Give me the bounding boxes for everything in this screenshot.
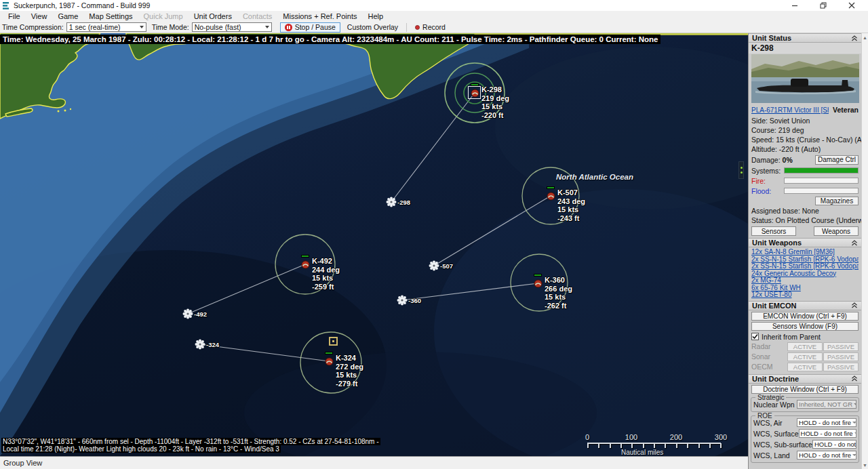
unit-course: 266 deg (545, 285, 572, 293)
strategic-groupbox: Strategic Nuclear Wpn Inherited, NOT GR (751, 397, 859, 412)
sonar-active-button[interactable]: ACTIVE (787, 352, 823, 361)
damage-label: Damage: (751, 156, 781, 164)
health-bar (325, 352, 333, 354)
waypoint-gear-icon (195, 339, 205, 350)
nuclear-wpn-label: Nuclear Wpn (753, 401, 797, 409)
health-bar (534, 274, 542, 277)
unit-class-link[interactable]: PLA-671RTM Victor III [Shchuka (751, 106, 829, 114)
inherit-from-parent-checkbox[interactable] (751, 333, 759, 340)
sidebar-collapse-handle[interactable] (738, 161, 744, 179)
unit-speed: 15 kts (312, 274, 340, 283)
chevron-down-icon (265, 26, 269, 28)
waypoint-marker-360[interactable]: -360 (397, 295, 408, 308)
collapse-chevron-icon[interactable] (851, 375, 858, 382)
custom-overlay-button[interactable]: Custom Overlay (343, 22, 402, 33)
scale-tick-0: 0 (585, 433, 589, 441)
unit-depth: -220 ft (481, 111, 509, 120)
unit-course: 244 deg (312, 266, 340, 274)
sensors-window-button[interactable]: Sensors Window (F9) (751, 322, 859, 331)
waypoint-marker-324[interactable]: -324 (195, 339, 205, 352)
radar-passive-button[interactable]: PASSIVE (823, 342, 859, 351)
time-mode-select[interactable]: No-pulse (fast) (192, 22, 272, 32)
view-mode-bar: Group View (0, 456, 748, 469)
radar-active-button[interactable]: ACTIVE (787, 342, 823, 351)
sim-time-status: Time: Wednesday, 25 March 1987 - Zulu: 0… (0, 35, 660, 44)
unit-weapons-header[interactable]: Unit Weapons (749, 238, 861, 247)
magazines-button[interactable]: Magazines (815, 197, 859, 205)
chevron-down-icon (852, 422, 856, 424)
unit-status-header[interactable]: Unit Status (749, 33, 861, 43)
time-compression-select[interactable]: 1 sec (real-time) (66, 22, 146, 32)
oecm-active-button[interactable]: ACTIVE (787, 363, 823, 371)
wcs-air-select[interactable]: HOLD - do not fire (797, 418, 856, 427)
health-bar (301, 255, 309, 258)
scroll-up-icon[interactable]: ▲ (862, 33, 868, 41)
sidebar-scrollbar[interactable]: ▲ ▼ (861, 33, 868, 469)
submarine-icon (325, 357, 334, 366)
flood-bar (784, 188, 859, 194)
scroll-down-icon[interactable]: ▼ (862, 461, 868, 469)
unit-speed: 15 kts (336, 371, 363, 380)
wcs-air-label: WCS, Air (753, 419, 797, 427)
menu-map-settings[interactable]: Map Settings (83, 11, 138, 22)
weapon-link[interactable]: 2x SS-N-15 Starfish [RPK-6 Vodopad, UMGT… (751, 263, 859, 270)
weapon-link[interactable]: 2x SS-N-15 Starfish [RPK-6 Vodopad, 5kT … (751, 256, 859, 264)
waypoint-marker-298[interactable]: -298 (386, 197, 397, 210)
waypoint-marker-492[interactable]: -492 (182, 308, 193, 322)
sonar-label: Sonar (751, 352, 787, 361)
wcs-surface-select[interactable]: HOLD - do not fire (799, 429, 856, 438)
time-compression-label: Time Compression: (2, 23, 64, 31)
maximize-button[interactable] (819, 1, 827, 9)
unit-name: K-507 (557, 188, 585, 197)
weapon-link[interactable]: 2x MG-74 (751, 277, 859, 285)
weapon-link[interactable]: 12x USET-80 (751, 291, 859, 299)
menu-game[interactable]: Game (52, 11, 83, 22)
menu-file[interactable]: File (3, 11, 26, 22)
unit-doctrine-header[interactable]: Unit Doctrine (749, 374, 861, 384)
chevron-down-icon (852, 454, 856, 456)
unit-course-info: Course: 219 deg (749, 125, 861, 135)
sidebar: Unit Status K-298 PLA-671RTM Victor III … (748, 33, 861, 469)
wcs-land-select[interactable]: HOLD - do not fire (797, 451, 856, 460)
close-button[interactable] (848, 1, 856, 9)
weapon-link[interactable]: 24x Generic Acoustic Decoy (751, 270, 859, 278)
unit-name: K-360 (545, 276, 572, 285)
weapon-link[interactable]: 12x SA-N-8 Gremlin [9M36] (751, 249, 859, 256)
weapon-link[interactable]: 6x 65-76 Kit WH (751, 285, 859, 292)
sonar-passive-button[interactable]: PASSIVE (823, 352, 859, 361)
collapse-chevron-icon[interactable] (851, 35, 858, 41)
nuclear-wpn-select[interactable]: Inherited, NOT GR (797, 400, 856, 409)
menu-unit-orders[interactable]: Unit Orders (189, 11, 237, 22)
title-bar: Suckerpunch, 1987 - Command - Build 999 (0, 0, 868, 11)
map-area[interactable]: Time: Wednesday, 25 March 1987 - Zulu: 0… (0, 33, 748, 456)
weapons-button[interactable]: Weapons (814, 226, 859, 236)
map-base-layer (0, 33, 748, 456)
reference-point[interactable] (329, 337, 338, 346)
menu-quick-jump: Quick Jump (138, 11, 189, 22)
unit-emcon-header[interactable]: Unit EMCON (749, 301, 861, 310)
record-button[interactable]: Record (411, 22, 450, 33)
unit-side: Side: Soviet Union (749, 116, 861, 125)
oecm-passive-button[interactable]: PASSIVE (823, 363, 859, 371)
collapse-chevron-icon[interactable] (851, 302, 858, 308)
unit-speed: 15 kts (545, 293, 572, 302)
scale-tick-200: 200 (670, 433, 682, 441)
emcon-window-button[interactable]: EMCON Window (Ctrl + F9) (751, 312, 859, 321)
waypoint-marker-507[interactable]: -507 (429, 260, 439, 274)
cursor-status-line2: Local time 21:28 (Night)- Weather Light … (1, 445, 281, 453)
menu-view[interactable]: View (26, 11, 53, 22)
sensors-button[interactable]: Sensors (751, 226, 796, 236)
wcs-subsurface-select[interactable]: HOLD - do not fire (812, 440, 856, 449)
weapons-list: 12x SA-N-8 Gremlin [9M36] 2x SS-N-15 Sta… (749, 247, 861, 301)
unit-depth: -259 ft (312, 283, 340, 291)
damage-ctrl-button[interactable]: Damage Ctrl (815, 155, 859, 165)
submarine-icon (301, 260, 310, 269)
stop-pause-button[interactable]: Stop / Pause (280, 22, 340, 33)
collapse-chevron-icon[interactable] (851, 240, 858, 246)
doctrine-window-button[interactable]: Doctrine Window (Ctrl + F9) (751, 385, 859, 394)
app-icon (3, 2, 10, 9)
menu-help[interactable]: Help (362, 11, 389, 22)
unit-name: K-324 (336, 354, 363, 363)
menu-missions-ref-points[interactable]: Missions + Ref. Points (277, 11, 362, 22)
minimize-button[interactable] (791, 1, 799, 9)
